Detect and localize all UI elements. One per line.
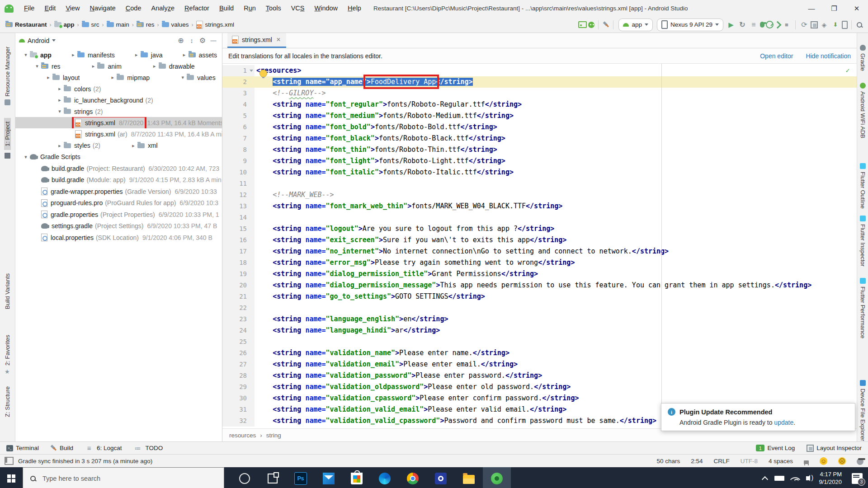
code-text[interactable]: <string name="dialog_permission_message"…: [255, 280, 857, 291]
line-number[interactable]: 8: [222, 144, 255, 155]
code-text[interactable]: <string name="logout">Are you sure to lo…: [255, 223, 857, 235]
debug-icon[interactable]: [760, 22, 764, 28]
tree-item-app[interactable]: ▾app: [15, 49, 52, 61]
line-number[interactable]: 7: [222, 133, 255, 144]
toolwindow-build[interactable]: Build: [50, 445, 73, 452]
taskbar-app-android-studio[interactable]: [483, 467, 511, 488]
code-text[interactable]: <string name="validation_password">Pleas…: [255, 370, 857, 381]
tree-arrow-icon[interactable]: ▸: [56, 86, 64, 92]
stripe-item-device-file-explorer[interactable]: Device File Explorer: [857, 377, 868, 441]
stripe-item-z-structure[interactable]: Z: Structure: [0, 386, 15, 417]
fold-marker-icon[interactable]: [250, 70, 253, 72]
menu-item-navigate[interactable]: Navigate: [85, 0, 121, 17]
run-icon[interactable]: [726, 20, 736, 30]
line-number[interactable]: 25: [222, 336, 255, 347]
taskbar-app-chrome[interactable]: [399, 467, 427, 488]
code-text[interactable]: [255, 302, 857, 314]
intention-bulb-icon[interactable]: [259, 70, 267, 77]
code-text[interactable]: <resources>: [255, 65, 857, 76]
wifi-adb-icon[interactable]: [588, 22, 594, 28]
line-number[interactable]: 10: [222, 167, 255, 178]
stripe-item-flutter-performance[interactable]: Flutter Performance: [857, 275, 868, 338]
code-text[interactable]: <string name="dialog_permission_title">G…: [255, 268, 857, 280]
tree-arrow-icon[interactable]: ▾: [33, 63, 41, 69]
code-text[interactable]: [255, 336, 857, 347]
line-number[interactable]: 9: [222, 155, 255, 167]
taskbar-search[interactable]: Type here to search: [23, 467, 224, 488]
line-number[interactable]: 19: [222, 268, 255, 280]
tray-chevron-up-icon[interactable]: [762, 476, 768, 482]
line-number[interactable]: 3: [222, 88, 255, 99]
stripe-item-gradle[interactable]: Gradle: [857, 42, 868, 71]
line-number[interactable]: 1: [222, 65, 255, 76]
tree-item-strings[interactable]: ▾strings(2): [15, 106, 103, 117]
line-number[interactable]: 21: [222, 291, 255, 302]
wifi-icon[interactable]: [790, 474, 801, 484]
tree-item-settings-gradle[interactable]: settings.gradle(Project Settings)6/9/202…: [15, 221, 217, 232]
editor-breadcrumb-string[interactable]: string: [266, 432, 281, 439]
status-utf-8[interactable]: UTF-8: [741, 458, 758, 465]
toolwindow-6-logcat[interactable]: 6: Logcat: [84, 443, 122, 453]
code-text[interactable]: <!--GILROY-->: [255, 88, 857, 99]
taskbar-clock[interactable]: 4:17 PM 9/1/2020: [819, 471, 842, 486]
status-2-54[interactable]: 2:54: [691, 458, 703, 465]
project-view-selector[interactable]: Android: [28, 37, 49, 44]
code-editor[interactable]: 1<resources>2 <string name="app_name">Fo…: [222, 64, 857, 428]
code-text[interactable]: <string name="go_to_settings">GOTO SETTI…: [255, 291, 857, 302]
run-config-select[interactable]: app: [618, 19, 653, 31]
menu-item-refactor[interactable]: Refactor: [179, 0, 214, 17]
tree-item-proguard-rules-pro[interactable]: proguard-rules.pro(ProGuard Rules for ap…: [15, 197, 218, 209]
menu-item-file[interactable]: File: [19, 0, 39, 17]
stripe-item-1-project[interactable]: 1: Project: [0, 118, 15, 161]
breadcrumb-item-restaurant[interactable]: Restaurant: [5, 21, 48, 28]
line-number[interactable]: 5: [222, 110, 255, 122]
collapse-icon[interactable]: [187, 36, 197, 46]
taskbar-app-file-explorer[interactable]: [455, 467, 483, 488]
sdk-manager-icon[interactable]: [830, 20, 840, 30]
cast-screen-icon[interactable]: [578, 21, 587, 28]
stripe-item-build-variants[interactable]: Build Variants: [0, 273, 15, 309]
hide-notification-link[interactable]: Hide notification: [806, 52, 851, 60]
menu-item-analyze[interactable]: Analyze: [146, 0, 180, 17]
tree-item-ic_launcher_background[interactable]: ▸ic_launcher_background(2): [15, 94, 153, 106]
line-number[interactable]: 17: [222, 246, 255, 257]
apply-code-changes-icon[interactable]: [749, 20, 759, 30]
code-text[interactable]: <string name="app_name">FoodDelivery App…: [255, 76, 857, 88]
code-text[interactable]: <string name="validation_name">Please en…: [255, 347, 857, 359]
code-text[interactable]: <string name="exit_screen">Sure if you w…: [255, 235, 857, 246]
taskbar-app-photoshop[interactable]: Ps: [287, 467, 315, 488]
tree-item-res[interactable]: ▾res: [15, 61, 60, 72]
volume-icon[interactable]: [806, 476, 809, 480]
menu-item-vcs[interactable]: VCS: [286, 0, 310, 17]
code-text[interactable]: <!--MARK_WEB-->: [255, 189, 857, 201]
toolwindow-toggle-icon[interactable]: [5, 457, 14, 465]
plugin-update-notification[interactable]: i Plugin Update Recommended Android Grad…: [661, 403, 855, 431]
code-text[interactable]: <string name="font_medium">fonts/Roboto-…: [255, 110, 857, 122]
tree-arrow-icon[interactable]: ▾: [22, 52, 30, 58]
menu-item-build[interactable]: Build: [214, 0, 239, 17]
tree-arrow-icon[interactable]: ▸: [108, 75, 117, 80]
code-text[interactable]: <string name="font_black">fonts/Roboto-B…: [255, 133, 857, 144]
stripe-item-2-favorites[interactable]: 2: Favorites: [0, 335, 15, 377]
line-number[interactable]: 18: [222, 257, 255, 268]
tree-arrow-icon[interactable]: ▸: [69, 52, 77, 58]
happy-face-icon[interactable]: ☺: [820, 457, 827, 465]
code-text[interactable]: <string name="error_msg">Please try agai…: [255, 257, 857, 268]
menu-item-edit[interactable]: Edit: [39, 0, 61, 17]
stop-icon[interactable]: [782, 20, 792, 30]
line-number[interactable]: 24: [222, 325, 255, 336]
tree-arrow-icon[interactable]: ▸: [132, 52, 141, 58]
code-text[interactable]: <string name="font_mark_web_thin">fonts/…: [255, 201, 857, 212]
stripe-item-android-wifi-adb[interactable]: Android WiFi ADB: [857, 80, 868, 138]
taskbar-app-media-app[interactable]: [427, 467, 455, 488]
line-number[interactable]: 16: [222, 235, 255, 246]
code-text[interactable]: <string name="font_italic">fonts/Roboto-…: [255, 167, 857, 178]
line-number[interactable]: 13: [222, 201, 255, 212]
tab-strings-xml[interactable]: strings.xml: [227, 33, 286, 48]
code-text[interactable]: <string name="font_thin">fonts/Roboto-Th…: [255, 144, 857, 155]
code-text[interactable]: <string name="validation_email">Please e…: [255, 359, 857, 370]
gear-icon[interactable]: [198, 36, 208, 46]
stripe-item-resource-manager[interactable]: Resource Manager: [0, 47, 15, 108]
breadcrumb-item-strings-xml[interactable]: strings.xml: [195, 21, 236, 29]
profile-apk-icon[interactable]: [819, 20, 829, 30]
